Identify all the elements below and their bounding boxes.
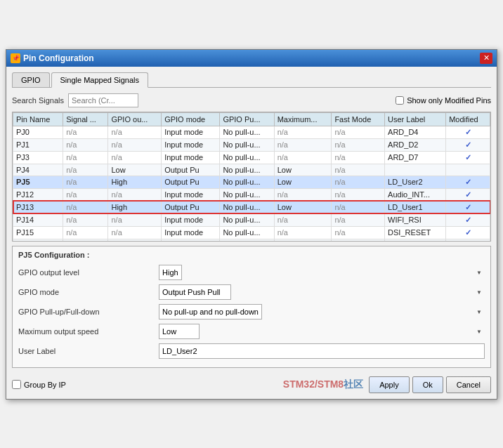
cell-max: n/a bbox=[274, 151, 332, 164]
cell-gpio-pu: No pull-u... bbox=[220, 201, 274, 213]
cell-gpio-out: n/a bbox=[108, 126, 162, 138]
table-row[interactable]: PJ15 n/a n/a Input mode No pull-u... n/a… bbox=[13, 226, 490, 239]
user-label-label: User Label bbox=[18, 347, 159, 355]
cell-gpio-mode: Input mode bbox=[162, 226, 220, 239]
cell-user-label: Audio_INT... bbox=[385, 188, 446, 201]
cell-pin-name: PJ4 bbox=[13, 164, 63, 176]
search-input[interactable] bbox=[68, 93, 138, 107]
cell-signal: n/a bbox=[63, 151, 108, 164]
cell-gpio-mode: Output Pu bbox=[162, 176, 220, 188]
cell-gpio-pu: No pull-u... bbox=[220, 164, 274, 176]
cell-max: Low bbox=[274, 164, 332, 176]
user-label-input[interactable] bbox=[159, 343, 485, 359]
cell-pin-name: PJ0 bbox=[13, 126, 63, 138]
config-section: PJ5 Configuration : GPIO output level Hi… bbox=[12, 246, 491, 368]
cell-fast: n/a bbox=[332, 164, 385, 176]
config-row-gpio-mode: GPIO mode Output Push Pull Input mode Ou… bbox=[18, 284, 485, 300]
table-row[interactable]: PK3 n/a n/a Input mode No pull-u... n/a … bbox=[13, 239, 490, 242]
cell-max: n/a bbox=[274, 126, 332, 138]
cell-gpio-out: Low bbox=[108, 164, 162, 176]
cell-fast: n/a bbox=[332, 138, 385, 151]
gpio-mode-select[interactable]: Output Push Pull Input mode Output Open … bbox=[159, 284, 231, 300]
group-by-ip-checkbox[interactable] bbox=[12, 380, 21, 389]
table-row[interactable]: PJ5 n/a High Output Pu No pull-u... Low … bbox=[13, 176, 490, 188]
cell-gpio-pu: No pull-u... bbox=[220, 213, 274, 226]
cell-gpio-mode: Input mode bbox=[162, 213, 220, 226]
pin-icon: 📌 bbox=[11, 53, 20, 63]
table-row[interactable]: PJ12 n/a n/a Input mode No pull-u... n/a… bbox=[13, 188, 490, 201]
table-row[interactable]: PJ4 n/a Low Output Pu No pull-u... Low n… bbox=[13, 164, 490, 176]
col-gpio-mode: GPIO mode bbox=[162, 112, 220, 126]
cell-modified: ✓ bbox=[446, 201, 490, 213]
col-user-label: User Label bbox=[385, 112, 446, 126]
table-row[interactable]: PJ0 n/a n/a Input mode No pull-u... n/a … bbox=[13, 126, 490, 138]
cell-user-label: LD_User1 bbox=[385, 201, 446, 213]
pin-table-container[interactable]: Pin Name Signal ... GPIO ou... GPIO mode… bbox=[12, 112, 491, 242]
cell-signal: n/a bbox=[63, 164, 108, 176]
cell-gpio-mode: Output Pu bbox=[162, 164, 220, 176]
gpio-pull-select[interactable]: No pull-up and no pull-down Pull-up Pull… bbox=[159, 304, 262, 319]
table-row[interactable]: PJ14 n/a n/a Input mode No pull-u... n/a… bbox=[13, 213, 490, 226]
cell-gpio-out: n/a bbox=[108, 239, 162, 242]
tab-gpio[interactable]: GPIO bbox=[12, 72, 50, 87]
col-modified: Modified bbox=[446, 112, 490, 126]
cell-max: n/a bbox=[274, 226, 332, 239]
cell-user-label: ARD_D7 bbox=[385, 151, 446, 164]
cell-pin-name: PK3 bbox=[13, 239, 63, 242]
cell-pin-name: PJ12 bbox=[13, 188, 63, 201]
ok-button[interactable]: Ok bbox=[412, 376, 443, 393]
cell-modified: ✓ bbox=[446, 213, 490, 226]
max-speed-label: Maximum output speed bbox=[18, 327, 159, 336]
tab-bar: GPIO Single Mapped Signals bbox=[12, 72, 491, 88]
max-speed-select[interactable]: Low Medium High Very High bbox=[159, 324, 200, 339]
gpio-mode-label: GPIO mode bbox=[18, 288, 159, 296]
cancel-button[interactable]: Cancel bbox=[446, 376, 491, 393]
config-row-gpio-output-level: GPIO output level High Low bbox=[18, 265, 485, 280]
col-fast: Fast Mode bbox=[332, 112, 385, 126]
apply-button[interactable]: Apply bbox=[369, 376, 410, 393]
cell-user-label: LD_User2 bbox=[385, 176, 446, 188]
show-modified-checkbox[interactable] bbox=[396, 96, 404, 105]
cell-max: n/a bbox=[274, 188, 332, 201]
cell-signal: n/a bbox=[63, 176, 108, 188]
col-signal: Signal ... bbox=[63, 112, 108, 126]
action-buttons: Apply Ok Cancel bbox=[369, 376, 491, 393]
gpio-pull-wrapper: No pull-up and no pull-down Pull-up Pull… bbox=[159, 304, 485, 319]
watermark: STM32/STM8社区 bbox=[283, 378, 363, 390]
table-row[interactable]: PJ1 n/a n/a Input mode No pull-u... n/a … bbox=[13, 138, 490, 151]
gpio-output-level-select[interactable]: High Low bbox=[159, 265, 182, 280]
cell-max: n/a bbox=[274, 239, 332, 242]
cell-gpio-mode: Input mode bbox=[162, 138, 220, 151]
cell-max: n/a bbox=[274, 138, 332, 151]
tab-single-mapped[interactable]: Single Mapped Signals bbox=[51, 72, 149, 88]
cell-modified bbox=[446, 164, 490, 176]
cell-signal: n/a bbox=[63, 188, 108, 201]
group-by-ip-row: Group By IP bbox=[12, 380, 66, 389]
gpio-output-level-label: GPIO output level bbox=[18, 268, 159, 277]
cell-modified: ✓ bbox=[446, 239, 490, 242]
config-row-user-label: User Label bbox=[18, 343, 485, 359]
cell-signal: n/a bbox=[63, 213, 108, 226]
cell-gpio-pu: No pull-u... bbox=[220, 176, 274, 188]
gpio-mode-wrapper: Output Push Pull Input mode Output Open … bbox=[159, 284, 485, 300]
cell-fast: n/a bbox=[332, 151, 385, 164]
cell-user-label: DSI_RESET bbox=[385, 226, 446, 239]
cell-fast: n/a bbox=[332, 126, 385, 138]
cell-pin-name: PJ3 bbox=[13, 151, 63, 164]
cell-gpio-mode: Input mode bbox=[162, 188, 220, 201]
config-row-gpio-pull: GPIO Pull-up/Full-down No pull-up and no… bbox=[18, 304, 485, 319]
cell-fast: n/a bbox=[332, 176, 385, 188]
cell-gpio-pu: No pull-u... bbox=[220, 188, 274, 201]
cell-signal: n/a bbox=[63, 126, 108, 138]
cell-user-label: NC7 [TP9] bbox=[385, 239, 446, 242]
table-row[interactable]: PJ13 n/a High Output Pu No pull-u... Low… bbox=[13, 201, 490, 213]
cell-pin-name: PJ1 bbox=[13, 138, 63, 151]
cell-gpio-out: High bbox=[108, 176, 162, 188]
pin-table: Pin Name Signal ... GPIO ou... GPIO mode… bbox=[13, 112, 490, 242]
cell-gpio-out: n/a bbox=[108, 188, 162, 201]
close-button[interactable]: ✕ bbox=[480, 53, 492, 64]
cell-modified: ✓ bbox=[446, 226, 490, 239]
table-row[interactable]: PJ3 n/a n/a Input mode No pull-u... n/a … bbox=[13, 151, 490, 164]
search-label: Search Signals bbox=[12, 96, 64, 105]
cell-modified: ✓ bbox=[446, 126, 490, 138]
